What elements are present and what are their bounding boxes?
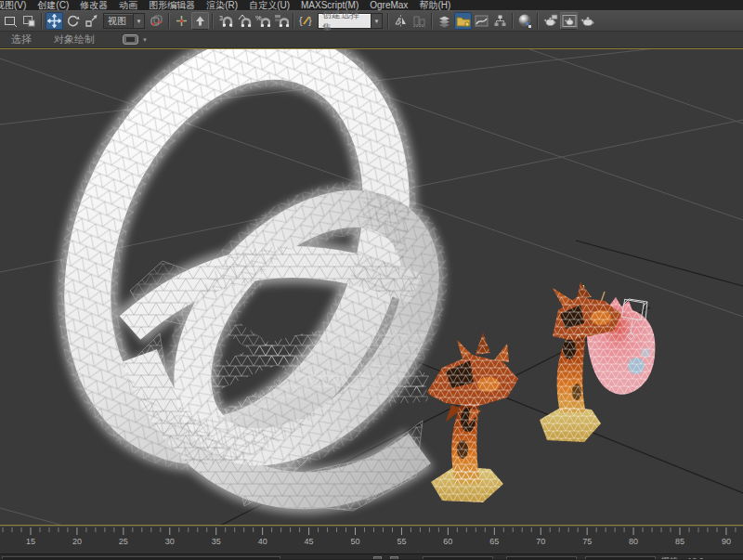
mirror-button[interactable] [392, 12, 410, 30]
spinner-snap-button[interactable] [272, 12, 290, 30]
percent-snap-button[interactable]: % [254, 12, 271, 30]
schematic-view-button[interactable] [491, 12, 509, 30]
graphite-modeling-tools-button[interactable] [454, 12, 472, 30]
frame-number-45: 45 [305, 537, 314, 546]
frame-number-80: 80 [629, 537, 638, 546]
x-coordinate-field[interactable] [423, 556, 493, 559]
menu-item-6[interactable]: 自定义(U) [243, 0, 295, 10]
ribbon-tab-selection[interactable]: 选择 [0, 33, 43, 46]
named-selection-sets-combo[interactable]: 创建选择集 ▼ [318, 13, 383, 29]
menu-item-2[interactable]: 修改器 [74, 0, 113, 10]
chevron-down-icon[interactable]: ▼ [142, 37, 148, 43]
magnet-angle-icon [237, 14, 252, 29]
menu-bar: 视图(V)创建(C)修改器动画图形编辑器渲染(R)自定义(U)MAXScript… [0, 0, 743, 10]
toolbar-separator [212, 13, 214, 29]
up-arrow-icon [194, 15, 206, 27]
frame-number-50: 50 [350, 537, 359, 546]
window-crossing-button[interactable] [20, 12, 38, 30]
menu-item-1[interactable]: 创建(C) [32, 0, 74, 10]
toolbar-separator [41, 13, 43, 29]
toolbar-separator [537, 13, 539, 29]
z-coordinate-field[interactable] [585, 556, 656, 559]
frame-number-30: 30 [165, 537, 175, 546]
frame-number-75: 75 [582, 537, 592, 546]
scale-icon [85, 14, 98, 28]
toolbar-separator [512, 13, 514, 29]
snap-toggle-3d-button[interactable]: 3 [216, 12, 234, 30]
magnet-percent-icon: % [255, 14, 270, 29]
menu-item-8[interactable]: OgreMax [364, 0, 413, 10]
use-pivot-point-center-button[interactable] [148, 12, 165, 30]
frame-number-20: 20 [72, 537, 82, 546]
layers-icon [437, 14, 451, 28]
ribbon-minimize-button[interactable] [123, 34, 138, 45]
curve-editor-icon [475, 14, 489, 28]
frame-number-55: 55 [397, 537, 406, 546]
magnet-spinner-icon [274, 14, 289, 29]
menu-item-0[interactable]: 视图(V) [0, 0, 32, 10]
frame-number-85: 85 [675, 537, 684, 546]
frame-number-60: 60 [443, 537, 452, 546]
align-button[interactable] [411, 12, 428, 30]
dragon-statue-right[interactable] [540, 282, 655, 442]
y-coordinate-field[interactable] [506, 556, 577, 559]
toolbar-separator [387, 13, 389, 29]
menu-item-9[interactable]: 帮助(H) [413, 0, 456, 10]
curve-editor-button[interactable] [473, 12, 490, 30]
chevron-down-icon[interactable]: ▼ [133, 14, 144, 28]
angle-snap-button[interactable] [235, 12, 253, 30]
move-icon [47, 14, 61, 28]
mirror-icon [394, 14, 408, 28]
chevron-down-icon[interactable]: ▼ [371, 14, 382, 28]
graphite-ribbon-bar: 选择 对象绘制 ▼ [0, 32, 743, 48]
frame-number-65: 65 [489, 537, 499, 546]
toolbar-separator [168, 13, 170, 29]
menu-item-3[interactable]: 动画 [113, 0, 143, 10]
status-bar: 栅格 = 10.0 [0, 553, 743, 559]
rendered-frame-window-button[interactable] [560, 12, 578, 30]
edit-named-selection-sets-button[interactable]: {} [297, 12, 315, 30]
torus-knot-model[interactable] [33, 49, 465, 511]
rotate-icon [66, 14, 80, 28]
edit-selection-sets-icon: {} [299, 14, 314, 28]
frame-ticks [0, 527, 743, 537]
absolute-mode-icon[interactable] [390, 556, 398, 559]
select-and-scale-button[interactable] [83, 12, 100, 30]
align-icon [412, 14, 426, 28]
perspective-viewport[interactable] [0, 48, 743, 526]
keyboard-shortcut-override-button[interactable] [191, 12, 209, 30]
reference-coordinate-system-combo[interactable]: 视图 ▼ [103, 13, 145, 29]
menu-item-5[interactable]: 渲染(R) [201, 0, 243, 10]
layer-manager-button[interactable] [436, 12, 453, 30]
frame-number-40: 40 [258, 537, 267, 546]
viewport-canvas[interactable] [0, 49, 743, 525]
render-setup-button[interactable] [541, 12, 559, 30]
named-selection-value: 创建选择集 [319, 14, 371, 28]
rectangular-selection-region-button[interactable] [2, 12, 20, 30]
magnet-3d-icon: 3 [218, 14, 233, 29]
select-and-manipulate-button[interactable] [173, 12, 190, 30]
dragon-statue-left[interactable] [427, 332, 518, 502]
menu-item-7[interactable]: MAXScript(M) [295, 0, 364, 10]
frame-number-35: 35 [212, 537, 221, 546]
toolbar-separator [293, 13, 294, 29]
select-and-move-button[interactable] [46, 12, 63, 30]
frame-number-90: 90 [722, 537, 731, 546]
frame-number-15: 15 [26, 537, 35, 546]
status-prompt-field [2, 556, 280, 559]
material-editor-button[interactable] [516, 12, 534, 30]
menu-item-4[interactable]: 图形编辑器 [143, 0, 201, 10]
selection-lock-icon[interactable] [373, 556, 382, 559]
svg-text:%: % [255, 14, 262, 22]
manipulate-icon [175, 14, 189, 28]
frame-number-70: 70 [536, 537, 545, 546]
svg-text:3: 3 [219, 15, 223, 21]
pivot-center-icon [150, 14, 163, 28]
material-sphere-icon [517, 13, 533, 29]
ribbon-tab-object-paint[interactable]: 对象绘制 [43, 33, 106, 46]
select-and-rotate-button[interactable] [64, 12, 82, 30]
reference-coordinate-value: 视图 [104, 14, 133, 28]
grid-size-label: 栅格 = 10.0 [661, 555, 704, 559]
track-bar[interactable]: 15202530354045505560657075808590 [0, 526, 743, 553]
render-production-button[interactable] [579, 12, 596, 30]
